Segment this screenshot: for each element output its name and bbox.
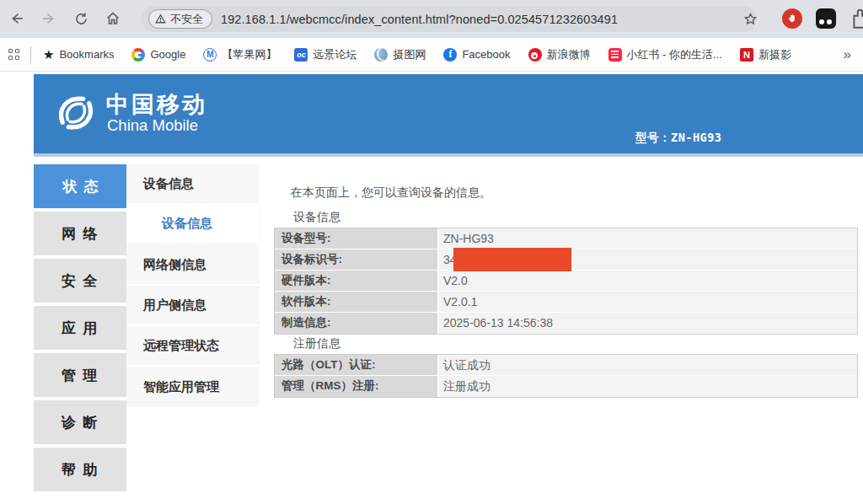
bookmark-xiaohongshu[interactable]: 小红书 - 你的生活... <box>608 47 722 62</box>
bookmarks-folder-label: Bookmarks <box>59 48 114 61</box>
redaction-overlay <box>453 248 571 271</box>
table-row: 设备标识号: 34 <box>275 249 857 271</box>
brand-name-cn: 中国移动 <box>106 89 207 120</box>
security-badge[interactable]: 不安全 <box>148 9 212 29</box>
sidebar-item-network[interactable]: 网 络 <box>34 212 126 255</box>
xiaohongshu-icon <box>608 48 622 62</box>
back-icon[interactable] <box>5 7 29 30</box>
bookmark-pingguowang[interactable]: M 【苹果网】 <box>203 47 276 62</box>
table-row: 软件版本: V2.0.1 <box>275 292 857 313</box>
bookmark-yuanjing-forum[interactable]: oc 远景论坛 <box>294 47 356 62</box>
submenu-item-remote-mgmt-status[interactable]: 远程管理状态 <box>126 326 260 365</box>
bookmarks-folder[interactable]: ★ Bookmarks <box>43 47 114 62</box>
adblock-extension-icon[interactable] <box>782 8 802 29</box>
table-row: 光路（OLT）认证: 认证成功 <box>275 355 857 376</box>
sidebar-item-management[interactable]: 管 理 <box>34 353 126 397</box>
device-info-table: 设备型号: ZN-HG93 设备标识号: 34 硬件版本: V2.0 软件版本:… <box>274 228 858 335</box>
brand-name-en: China Mobile <box>107 116 198 135</box>
m-circle-icon: M <box>203 48 217 62</box>
bookmarks-overflow-chevron[interactable]: » <box>844 46 851 63</box>
extension-icon[interactable] <box>816 8 836 29</box>
url-bar[interactable]: 不安全 192.168.1.1/webcmcc/index_content.ht… <box>142 6 757 32</box>
weibo-icon <box>528 48 542 62</box>
warning-icon <box>155 13 166 24</box>
bookmark-weibo[interactable]: 新浪微博 <box>528 47 591 62</box>
forward-icon[interactable] <box>37 7 61 30</box>
table-row: 硬件版本: V2.0 <box>275 271 857 292</box>
url-text[interactable]: 192.168.1.1/webcmcc/index_content.html?n… <box>221 13 618 26</box>
extensions-puzzle-icon[interactable] <box>850 8 863 33</box>
page-header-banner: 中国移动 China Mobile 型号：ZN-HG93 <box>34 74 863 157</box>
register-info-table: 光路（OLT）认证: 认证成功 管理（RMS）注册: 注册成功 <box>274 354 858 398</box>
reload-icon[interactable] <box>69 7 93 30</box>
bookmark-google[interactable]: Google <box>131 48 185 62</box>
table-row: 制造信息: 2025-06-13 14:56:38 <box>275 313 857 334</box>
table-row: 设备型号: ZN-HG93 <box>275 228 857 249</box>
sidebar-item-status[interactable]: 状 态 <box>34 164 129 208</box>
n-square-icon: N <box>740 48 753 62</box>
submenu-item-network-side-info[interactable]: 网络侧信息 <box>126 245 260 284</box>
page-intro-text: 在本页面上，您可以查询设备的信息。 <box>291 185 491 201</box>
sidebar-item-help[interactable]: 帮 助 <box>34 448 126 491</box>
oc-icon: oc <box>294 48 308 62</box>
device-model-tag: 型号：ZN-HG93 <box>635 131 721 146</box>
google-icon <box>131 48 145 62</box>
globe-icon <box>374 48 388 62</box>
bookmark-star-icon[interactable] <box>738 7 762 30</box>
bookmarks-bar: ★ Bookmarks Google M 【苹果网】 oc 远景论坛 摄图网 f… <box>0 38 863 72</box>
sidebar-item-diagnosis[interactable]: 诊 断 <box>34 400 126 444</box>
star-icon: ★ <box>43 47 54 62</box>
bookmark-shetuwang[interactable]: 摄图网 <box>374 47 426 62</box>
sidebar-item-application[interactable]: 应 用 <box>34 306 126 350</box>
security-label: 不安全 <box>170 12 203 27</box>
sidebar-item-security[interactable]: 安 全 <box>34 259 126 303</box>
home-icon[interactable] <box>101 7 125 30</box>
submenu-group-device-info[interactable]: 设备信息 <box>126 164 260 203</box>
screen: 不安全 192.168.1.1/webcmcc/index_content.ht… <box>0 0 863 504</box>
table-row: 管理（RMS）注册: 注册成功 <box>275 376 857 397</box>
apps-grid-icon[interactable] <box>8 49 20 61</box>
submenu-item-user-side-info[interactable]: 用户侧信息 <box>126 286 260 324</box>
facebook-icon: f <box>443 48 457 62</box>
device-info-section-title: 设备信息 <box>293 210 340 225</box>
submenu-item-device-info-selected[interactable]: 设备信息 <box>126 203 260 244</box>
divider <box>30 46 31 63</box>
bookmark-xinsheying[interactable]: N 新摄影 <box>740 47 791 62</box>
submenu-item-smart-app-mgmt[interactable]: 智能应用管理 <box>126 367 260 407</box>
bookmark-facebook[interactable]: f Facebook <box>443 48 510 62</box>
register-info-section-title: 注册信息 <box>293 336 340 351</box>
browser-toolbar: 不安全 192.168.1.1/webcmcc/index_content.ht… <box>0 0 863 38</box>
china-mobile-logo-icon <box>52 88 99 142</box>
